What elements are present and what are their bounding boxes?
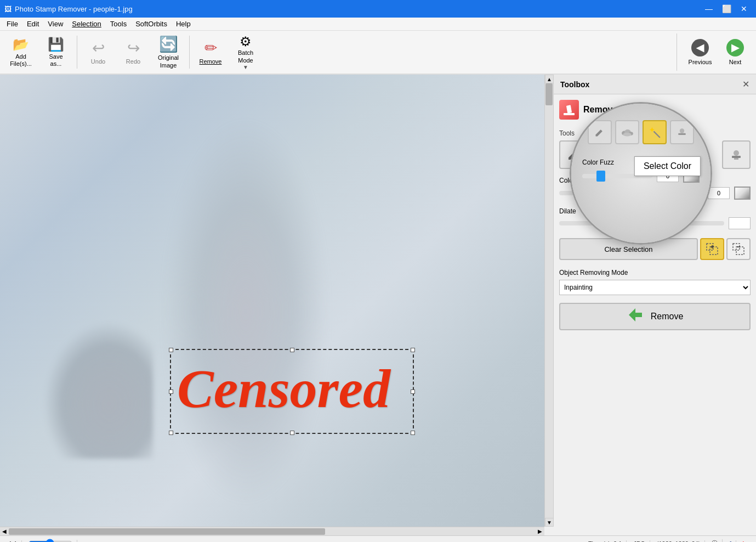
batch-mode-button[interactable]: ⚙ BatchMode ▼	[229, 33, 262, 71]
object-removing-mode-select[interactable]: Inpainting Smart Fill Texture Synthesis	[559, 280, 751, 295]
redo-label: Redo	[126, 58, 140, 65]
status-time: Time (s): 0.1	[584, 540, 627, 543]
color-fuzz-value[interactable]: 0	[708, 187, 730, 199]
svg-point-15	[680, 128, 684, 133]
main-area: Censored ▲ ▼ Toolbox ✕	[0, 75, 756, 527]
undo-label: Undo	[91, 58, 105, 65]
maximize-button[interactable]: ⬜	[719, 3, 734, 14]
status-youtube-icon[interactable]: ▶	[738, 540, 752, 542]
minimize-button[interactable]: —	[701, 3, 717, 14]
toolbox-title: Toolbox	[560, 80, 589, 89]
save-as-icon: 💾	[48, 37, 64, 52]
app-icon: 🖼	[4, 5, 12, 13]
previous-button[interactable]: ◀ Previous	[684, 35, 717, 70]
horizontal-scrollbar[interactable]: ◀ ▶	[0, 527, 544, 535]
menu-tools[interactable]: Tools	[106, 19, 131, 29]
scroll-down-arrow[interactable]: ▼	[545, 518, 554, 527]
object-removing-mode-section: Object Removing Mode Inpainting Smart Fi…	[554, 269, 756, 295]
remove-action-icon	[627, 306, 644, 328]
toolbar-separator-2	[189, 36, 190, 69]
hscroll-thumb[interactable]	[9, 528, 325, 535]
magnifier-content: Color Fuzz 0 Select Co	[571, 104, 710, 243]
next-arrow-icon: ▶	[726, 39, 744, 57]
batch-mode-icon: ⚙	[240, 34, 252, 49]
menu-help[interactable]: Help	[172, 19, 195, 29]
undo-button[interactable]: ↩ Undo	[82, 33, 115, 71]
toolbox-close-button[interactable]: ✕	[742, 79, 749, 89]
add-files-button[interactable]: 📂 AddFile(s)...	[4, 33, 37, 71]
magnifier-tools	[588, 120, 694, 144]
dilate-value[interactable]	[729, 217, 751, 229]
status-facebook-icon[interactable]: f	[725, 540, 736, 543]
original-image-label: OriginalImage	[158, 54, 179, 69]
scroll-right-arrow[interactable]: ▶	[536, 527, 544, 536]
remove-action-label: Remove	[651, 312, 684, 321]
color-picker-button[interactable]	[734, 187, 751, 200]
toolbox-header: Toolbox ✕	[554, 75, 756, 94]
toolbox-panel: Toolbox ✕ Remove Tools	[553, 75, 756, 527]
svg-rect-9	[734, 158, 738, 160]
mag-cloud	[615, 120, 639, 144]
redo-button[interactable]: ↪ Redo	[117, 33, 150, 71]
menu-selection[interactable]: Selection	[67, 19, 105, 29]
status-info-icon[interactable]: ⓘ	[707, 539, 723, 542]
remove-action-section: Remove	[554, 297, 756, 336]
next-label: Next	[729, 59, 742, 65]
title-bar-left: 🖼 Photo Stamp Remover - people-1.jpg	[4, 5, 133, 13]
canvas-vertical-scrollbar[interactable]: ▲ ▼	[544, 75, 553, 527]
toolbar: 📂 AddFile(s)... 💾 Saveas... ↩ Undo ↪ Red…	[0, 31, 756, 75]
svg-point-7	[734, 150, 739, 156]
previous-arrow-icon: ◀	[691, 39, 709, 57]
save-as-label: Saveas...	[49, 53, 62, 67]
menu-bar: File Edit View Selection Tools SoftOrbit…	[0, 18, 756, 31]
toolbar-separator-1	[77, 36, 77, 69]
original-image-button[interactable]: 🔄 OriginalImage	[152, 33, 185, 71]
remove-button[interactable]: ✏ Remove	[194, 33, 227, 71]
status-bar: 1:1 Time (s): 0.1 JPG (1920x1280x24) ⓘ f…	[0, 535, 756, 542]
scroll-left-arrow[interactable]: ◀	[0, 527, 9, 536]
previous-label: Previous	[689, 59, 712, 65]
canvas-area[interactable]: Censored	[0, 75, 544, 527]
title-bar: 🖼 Photo Stamp Remover - people-1.jpg — ⬜…	[0, 0, 756, 18]
ghost-figure	[163, 120, 328, 504]
original-image-icon: 🔄	[159, 35, 178, 53]
svg-rect-8	[732, 156, 741, 158]
status-slider	[24, 540, 77, 543]
menu-edit[interactable]: Edit	[22, 19, 43, 29]
hscroll-track[interactable]	[9, 527, 536, 535]
menu-file[interactable]: File	[2, 19, 22, 29]
select-color-label: Select Color	[644, 161, 691, 171]
svg-line-14	[654, 132, 660, 137]
mag-fuzz-thumb	[596, 171, 605, 182]
stamp-tool-button[interactable]	[722, 140, 751, 169]
remove-section: Remove Tools	[554, 94, 756, 266]
remove-action-button[interactable]: Remove	[559, 303, 751, 330]
save-as-button[interactable]: 💾 Saveas...	[39, 33, 72, 71]
scroll-track[interactable]	[545, 83, 553, 518]
scroll-thumb[interactable]	[545, 83, 553, 105]
next-button[interactable]: ▶ Next	[719, 35, 752, 70]
mag-magic-wand	[643, 120, 667, 144]
subtract-selection-button[interactable]	[726, 238, 751, 260]
status-dimensions: (1920x1280x24)	[652, 540, 706, 543]
batch-mode-arrow: ▼	[243, 64, 248, 70]
remove-toolbar-icon: ✏	[204, 39, 217, 57]
mag-pencil	[588, 120, 612, 144]
zoom-slider[interactable]	[29, 540, 72, 543]
close-button[interactable]: ✕	[736, 3, 752, 14]
title-bar-text: Photo Stamp Remover - people-1.jpg	[15, 5, 133, 13]
magnifier-overlay: Color Fuzz 0 Select Co	[570, 102, 712, 245]
clear-selection-label: Clear Selection	[604, 245, 652, 253]
navigation-area: ◀ Previous ▶ Next	[677, 33, 752, 71]
add-files-icon: 📂	[13, 37, 29, 52]
ghost-hand	[43, 321, 153, 459]
svg-point-13	[623, 133, 632, 137]
scroll-up-arrow[interactable]: ▲	[545, 75, 554, 83]
status-zoom: 1:1	[4, 540, 22, 543]
status-format: JPG	[629, 540, 650, 543]
svg-rect-18	[710, 247, 718, 255]
mag-stamp	[670, 120, 694, 144]
select-color-tooltip[interactable]: Select Color	[634, 156, 701, 176]
menu-softorbits[interactable]: SoftOrbits	[131, 19, 172, 29]
menu-view[interactable]: View	[43, 19, 67, 29]
